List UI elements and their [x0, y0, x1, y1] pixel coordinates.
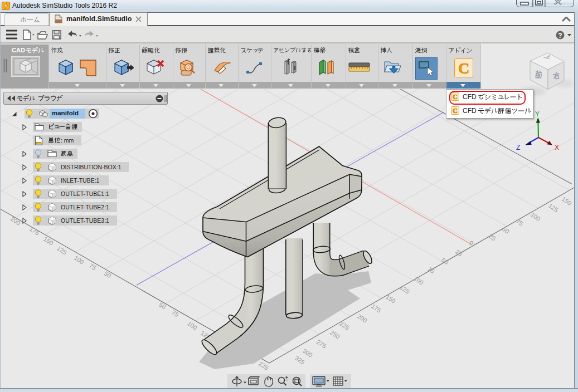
svg-text:50: 50: [501, 226, 511, 235]
svg-text:50: 50: [440, 257, 450, 266]
svg-text:25: 25: [488, 233, 497, 242]
svg-text:Z: Z: [516, 144, 520, 151]
svg-text:C: C: [453, 107, 458, 115]
svg-text:225: 225: [258, 360, 270, 371]
svg-text:225: 225: [338, 320, 351, 331]
svg-text:100: 100: [73, 254, 85, 266]
svg-text:250: 250: [329, 329, 341, 340]
svg-text:175: 175: [28, 226, 41, 237]
svg-text:150: 150: [561, 195, 573, 207]
svg-text:150: 150: [385, 293, 397, 305]
svg-text:300: 300: [302, 347, 314, 359]
svg-text:200: 200: [356, 313, 368, 324]
svg-text:75: 75: [426, 266, 436, 275]
svg-text:X: X: [555, 144, 559, 151]
svg-text:100: 100: [412, 275, 425, 286]
svg-text:50: 50: [158, 301, 167, 311]
svg-text:50: 50: [103, 270, 113, 280]
svg-text:125: 125: [547, 202, 560, 213]
svg-text:275: 275: [315, 339, 328, 350]
svg-text:100: 100: [530, 211, 542, 222]
svg-text:325: 325: [294, 355, 306, 366]
svg-text:75: 75: [515, 218, 524, 227]
svg-text:75: 75: [88, 262, 98, 272]
svg-text:75: 75: [171, 309, 180, 318]
svg-text:Y: Y: [535, 110, 540, 118]
svg-text:175: 175: [370, 303, 382, 314]
svg-text:125: 125: [399, 284, 411, 295]
svg-text:200: 200: [9, 215, 22, 227]
svg-text:150: 150: [42, 236, 55, 247]
